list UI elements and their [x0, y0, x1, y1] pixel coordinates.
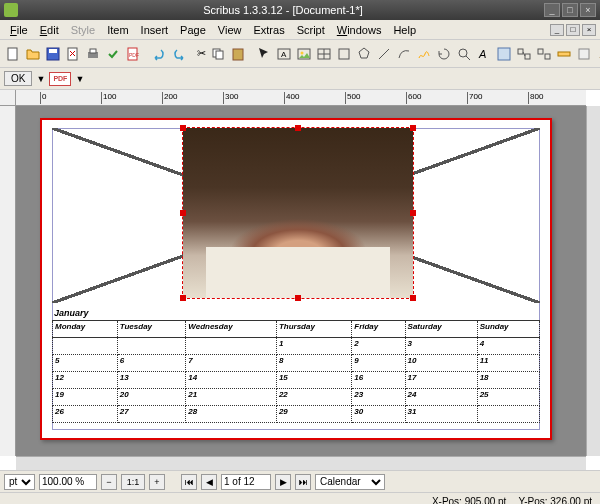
pdf-toolbar: OK ▼ PDF ▼	[0, 68, 600, 90]
maximize-button[interactable]: □	[562, 3, 578, 17]
menu-view[interactable]: View	[212, 22, 248, 38]
zoom-icon[interactable]	[455, 44, 473, 64]
zoom-input[interactable]	[39, 474, 97, 490]
doc-close-button[interactable]: ×	[582, 24, 596, 36]
day-header: Thursday	[276, 321, 351, 338]
menu-item[interactable]: Item	[101, 22, 134, 38]
next-page-icon[interactable]: ▶	[275, 474, 291, 490]
resize-handle[interactable]	[180, 125, 186, 131]
last-page-icon[interactable]: ⏭	[295, 474, 311, 490]
xpos-value: 905.00 pt	[465, 496, 507, 504]
resize-handle[interactable]	[180, 295, 186, 301]
svg-rect-10	[233, 49, 243, 60]
resize-handle[interactable]	[295, 125, 301, 131]
copy-icon[interactable]	[209, 44, 227, 64]
zoom-100-button[interactable]: 1:1	[121, 474, 145, 490]
svg-rect-21	[525, 54, 530, 59]
select-icon[interactable]	[255, 44, 273, 64]
svg-rect-16	[339, 49, 349, 59]
freehand-icon[interactable]	[415, 44, 433, 64]
paste-icon[interactable]	[229, 44, 247, 64]
edit-text-icon[interactable]: A	[475, 44, 493, 64]
ypos-label: Y-Pos:	[518, 496, 547, 504]
zoom-out-icon[interactable]: −	[101, 474, 117, 490]
svg-rect-9	[216, 51, 223, 59]
unlink-frames-icon[interactable]	[535, 44, 553, 64]
svg-rect-25	[579, 49, 589, 59]
bezier-icon[interactable]	[395, 44, 413, 64]
menu-file[interactable]: File	[4, 22, 34, 38]
month-label: January	[54, 308, 89, 318]
doc-maximize-button[interactable]: □	[566, 24, 580, 36]
cut-icon[interactable]: ✂	[196, 44, 207, 64]
menu-extras[interactable]: Extras	[247, 22, 290, 38]
undo-icon[interactable]	[150, 44, 168, 64]
preflight-icon[interactable]	[104, 44, 122, 64]
ypos-value: 326.00 pt	[550, 496, 592, 504]
redo-icon[interactable]	[170, 44, 188, 64]
zoom-in-icon[interactable]: +	[149, 474, 165, 490]
pdf-export-icon[interactable]: PDF	[124, 44, 142, 64]
menu-help[interactable]: Help	[387, 22, 422, 38]
story-editor-icon[interactable]	[495, 44, 513, 64]
menu-windows[interactable]: Windows	[331, 22, 388, 38]
resize-handle[interactable]	[180, 210, 186, 216]
day-header: Sunday	[477, 321, 539, 338]
day-header: Friday	[352, 321, 405, 338]
pdf-badge: PDF	[49, 72, 71, 86]
vertical-ruler[interactable]	[0, 106, 16, 456]
link-frames-icon[interactable]	[515, 44, 533, 64]
eyedropper-icon[interactable]	[595, 44, 600, 64]
document-page[interactable]: January Monday Tuesday Wednesday Thursda…	[40, 118, 552, 440]
resize-handle[interactable]	[410, 125, 416, 131]
menu-edit[interactable]: Edit	[34, 22, 65, 38]
save-icon[interactable]	[44, 44, 62, 64]
day-header: Tuesday	[117, 321, 186, 338]
resize-handle[interactable]	[295, 295, 301, 301]
page-input[interactable]	[221, 474, 271, 490]
image-frame-icon[interactable]	[295, 44, 313, 64]
line-icon[interactable]	[375, 44, 393, 64]
prev-page-icon[interactable]: ◀	[201, 474, 217, 490]
page-viewport[interactable]: January Monday Tuesday Wednesday Thursda…	[16, 106, 586, 456]
new-icon[interactable]	[4, 44, 22, 64]
rotate-icon[interactable]	[435, 44, 453, 64]
menu-style: Style	[65, 22, 101, 38]
first-page-icon[interactable]: ⏮	[181, 474, 197, 490]
shape-icon[interactable]	[335, 44, 353, 64]
unit-select[interactable]: pt	[4, 474, 35, 490]
copy-props-icon[interactable]	[575, 44, 593, 64]
resize-handle[interactable]	[410, 210, 416, 216]
svg-text:A: A	[478, 48, 486, 60]
close-button[interactable]: ×	[580, 3, 596, 17]
ruler-origin[interactable]	[0, 90, 16, 106]
open-icon[interactable]	[24, 44, 42, 64]
vertical-scrollbar[interactable]	[586, 106, 600, 456]
svg-rect-20	[518, 49, 523, 54]
layer-select[interactable]: Calendar	[315, 474, 385, 490]
polygon-icon[interactable]	[355, 44, 373, 64]
xpos-label: X-Pos:	[432, 496, 462, 504]
svg-rect-23	[545, 54, 550, 59]
minimize-button[interactable]: _	[544, 3, 560, 17]
resize-handle[interactable]	[410, 295, 416, 301]
menu-script[interactable]: Script	[291, 22, 331, 38]
ok-button[interactable]: OK	[4, 71, 32, 86]
horizontal-ruler[interactable]: 0 100 200 300 400 500 600 700 800	[16, 90, 586, 106]
image-frame[interactable]	[182, 127, 414, 299]
table-icon[interactable]	[315, 44, 333, 64]
main-toolbar: PDF ✂ A A	[0, 40, 600, 68]
status-bar: pt − 1:1 + ⏮ ◀ ▶ ⏭ Calendar	[0, 470, 600, 492]
window-title: Scribus 1.3.3.12 - [Document-1*]	[22, 4, 544, 16]
doc-minimize-button[interactable]: _	[550, 24, 564, 36]
horizontal-scrollbar[interactable]	[16, 456, 586, 470]
close-doc-icon[interactable]	[64, 44, 82, 64]
svg-rect-5	[90, 49, 96, 53]
text-frame-icon[interactable]: A	[275, 44, 293, 64]
print-icon[interactable]	[84, 44, 102, 64]
measure-icon[interactable]	[555, 44, 573, 64]
svg-text:A: A	[281, 50, 287, 59]
calendar-table[interactable]: Monday Tuesday Wednesday Thursday Friday…	[52, 320, 540, 423]
menu-insert[interactable]: Insert	[135, 22, 175, 38]
menu-page[interactable]: Page	[174, 22, 212, 38]
